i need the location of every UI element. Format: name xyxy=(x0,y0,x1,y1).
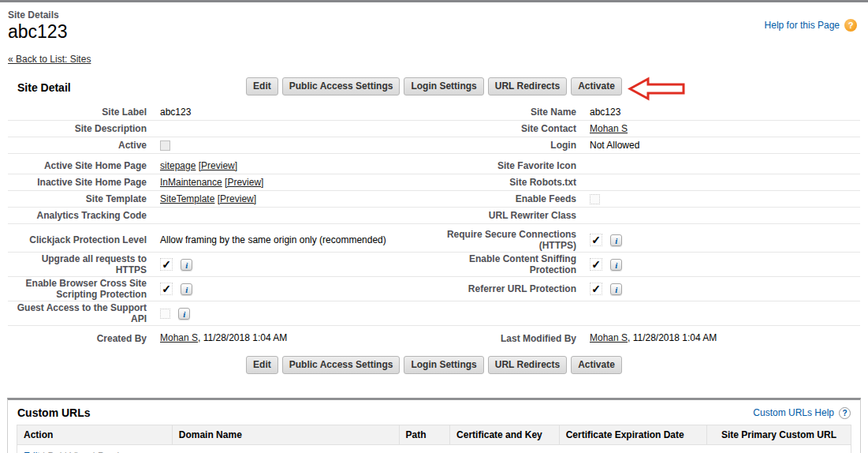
col-action: Action xyxy=(17,425,173,445)
edit-button-bottom[interactable]: Edit xyxy=(246,356,278,374)
site-contact-link[interactable]: Mohan S xyxy=(590,123,628,134)
detail-row-description-contact: Site Description Site Contact Mohan S xyxy=(8,121,860,137)
page-title: abc123 xyxy=(8,21,67,43)
upgrade-https-label: Upgrade all requests to HTTPS xyxy=(8,253,158,275)
site-template-link[interactable]: SiteTemplate xyxy=(160,193,214,204)
created-by-datetime: , 11/28/2018 1:04 AM xyxy=(198,332,287,343)
last-modified-by-datetime: , 11/28/2018 1:04 AM xyxy=(628,332,717,343)
active-home-page-link[interactable]: sitepage xyxy=(160,160,196,171)
site-label-label: Site Label xyxy=(8,107,158,118)
col-certificate-expiration-date: Certificate Expiration Date xyxy=(559,425,706,445)
detail-buttons-top: Edit Public Access Settings Login Settin… xyxy=(246,77,622,95)
guest-access-label: Guest Access to the Support API xyxy=(8,302,158,324)
site-description-label: Site Description xyxy=(8,123,158,134)
enable-feeds-label: Enable Feeds xyxy=(430,193,587,204)
activate-button-bottom[interactable]: Activate xyxy=(571,356,622,374)
analytics-code-label: Analytics Tracking Code xyxy=(8,210,158,221)
enable-feeds-checkbox xyxy=(590,194,600,204)
login-settings-button-bottom[interactable]: Login Settings xyxy=(404,356,483,374)
detail-buttons-bottom: Edit Public Access Settings Login Settin… xyxy=(0,356,868,374)
custom-urls-help-link[interactable]: Custom URLs Help xyxy=(753,407,834,418)
clickjack-label: Clickjack Protection Level xyxy=(8,234,158,245)
help-for-this-page-link[interactable]: Help for this Page xyxy=(765,20,840,31)
col-site-primary-custom-url: Site Primary Custom URL xyxy=(706,425,851,445)
certificate-expiration-date-value xyxy=(559,445,706,453)
custom-url-row: EditDelViewPreview as Admin abcabc-devel… xyxy=(17,445,851,453)
red-arrow-annotation-icon xyxy=(628,77,686,101)
require-https-label: Require Secure Connections (HTTPS) xyxy=(430,229,587,251)
back-to-list-link[interactable]: « Back to List: Sites xyxy=(8,54,91,65)
detail-row-active-homepage-favicon: Active Site Home Page sitepage [Preview]… xyxy=(8,158,860,174)
site-name-label: Site Name xyxy=(430,107,587,118)
content-sniffing-label: Enable Content Sniffing Protection xyxy=(430,253,587,275)
login-label: Login xyxy=(430,140,587,151)
require-https-checked-icon: ✓ xyxy=(590,234,602,246)
col-certificate-and-key: Certificate and Key xyxy=(450,425,560,445)
public-access-settings-button[interactable]: Public Access Settings xyxy=(282,77,400,95)
inactive-home-page-preview-link[interactable]: [Preview] xyxy=(225,177,263,188)
help-question-icon[interactable]: ? xyxy=(844,19,857,32)
referrer-url-label: Referrer URL Protection xyxy=(430,283,587,294)
upgrade-https-checked-icon: ✓ xyxy=(160,258,173,271)
active-label: Active xyxy=(8,140,158,151)
url-rewriter-label: URL Rewriter Class xyxy=(430,210,587,221)
content-sniffing-info-icon[interactable]: i xyxy=(610,259,622,271)
col-path: Path xyxy=(399,425,450,445)
col-domain-name: Domain Name xyxy=(172,425,399,445)
xss-protection-label: Enable Browser Cross Site Scripting Prot… xyxy=(8,278,158,300)
last-modified-by-label: Last Modified By xyxy=(430,333,587,344)
last-modified-by-user-link[interactable]: Mohan S xyxy=(590,332,628,343)
edit-button[interactable]: Edit xyxy=(246,77,278,95)
active-home-page-preview-link[interactable]: [Preview] xyxy=(199,160,237,171)
path-value: /abc123 xyxy=(399,445,450,453)
back-row: « Back to List: Sites xyxy=(0,43,868,65)
login-settings-button[interactable]: Login Settings xyxy=(404,77,483,95)
custom-urls-section: Custom URLs Custom URLs Help ? Action Do… xyxy=(7,398,861,453)
certificate-and-key-value xyxy=(450,445,560,453)
detail-row-xss-referrer: Enable Browser Cross Site Scripting Prot… xyxy=(8,277,860,301)
login-value: Not Allowed xyxy=(587,140,860,152)
created-by-user-link[interactable]: Mohan S xyxy=(160,332,198,343)
custom-urls-table: Action Domain Name Path Certificate and … xyxy=(17,425,851,453)
detail-row-created-modified: Created By Mohan S, 11/28/2018 1:04 AM L… xyxy=(8,330,860,346)
clickjack-value: Allow framing by the same origin only (r… xyxy=(158,234,430,246)
title-block: Site Details abc123 xyxy=(8,9,67,43)
referrer-url-info-icon[interactable]: i xyxy=(610,283,622,295)
inactive-home-page-link[interactable]: InMaintenance xyxy=(160,177,222,188)
xss-protection-info-icon[interactable]: i xyxy=(181,283,192,295)
active-home-page-label: Active Site Home Page xyxy=(8,160,158,171)
custom-urls-help-area: Custom URLs Help ? xyxy=(753,407,851,419)
detail-section-header: Site Detail Edit Public Access Settings … xyxy=(0,77,868,101)
detail-row-template-feeds: Site Template SiteTemplate [Preview] Ena… xyxy=(8,191,860,208)
site-contact-label: Site Contact xyxy=(430,123,587,134)
inactive-home-page-label: Inactive Site Home Page xyxy=(8,177,158,188)
site-name-value: abc123 xyxy=(587,107,860,118)
referrer-url-checked-icon: ✓ xyxy=(590,283,602,295)
detail-row-site-label-name: Site Label abc123 Site Name abc123 xyxy=(8,104,860,121)
activate-button[interactable]: Activate xyxy=(571,77,622,95)
active-checkbox[interactable] xyxy=(160,140,170,151)
site-template-preview-link[interactable]: [Preview] xyxy=(218,193,256,204)
xss-protection-checked-icon: ✓ xyxy=(160,283,173,295)
custom-urls-help-icon[interactable]: ? xyxy=(839,407,851,419)
site-favorite-icon-label: Site Favorite Icon xyxy=(430,160,587,171)
url-redirects-button[interactable]: URL Redirects xyxy=(488,77,567,95)
detail-section-title: Site Detail xyxy=(17,81,71,94)
detail-row-analytics-rewriter: Analytics Tracking Code URL Rewriter Cla… xyxy=(8,208,860,224)
detail-row-guest-access: Guest Access to the Support API i xyxy=(8,301,860,326)
site-label-value: abc123 xyxy=(158,107,430,118)
action-cell: EditDelViewPreview as Admin xyxy=(17,445,173,453)
site-template-label: Site Template xyxy=(8,193,158,204)
upgrade-https-info-icon[interactable]: i xyxy=(181,259,192,271)
content-sniffing-checked-icon: ✓ xyxy=(590,258,602,271)
detail-row-active-login: Active Login Not Allowed xyxy=(8,137,860,154)
require-https-info-icon[interactable]: i xyxy=(610,234,622,246)
page-header: Site Details abc123 Help for this Page ? xyxy=(0,2,868,43)
url-redirects-button-bottom[interactable]: URL Redirects xyxy=(488,356,567,374)
detail-row-inactive-homepage-robots: Inactive Site Home Page InMaintenance [P… xyxy=(8,174,860,191)
detail-table: Site Label abc123 Site Name abc123 Site … xyxy=(8,104,860,346)
detail-row-clickjack-https: Clickjack Protection Level Allow framing… xyxy=(8,228,860,253)
detail-row-upgrade-sniffing: Upgrade all requests to HTTPS ✓ i Enable… xyxy=(8,253,860,277)
guest-access-info-icon[interactable]: i xyxy=(178,308,190,320)
public-access-settings-button-bottom[interactable]: Public Access Settings xyxy=(282,356,400,374)
